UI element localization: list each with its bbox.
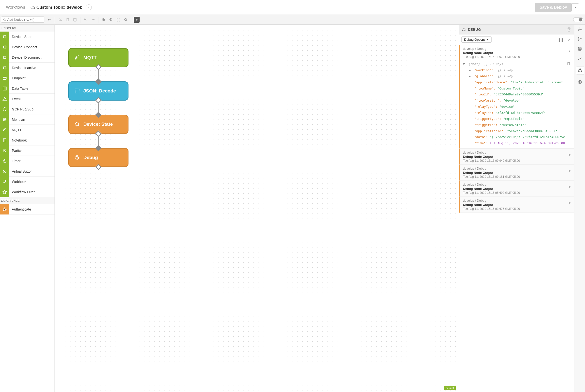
version-dropdown[interactable]: ▼ (86, 4, 92, 10)
debug-entry-title: Debug Node Output (463, 51, 571, 55)
debug-entry[interactable]: develop / DebugDebug Node OutputTue Aug … (459, 197, 574, 213)
settings-icon[interactable] (577, 27, 582, 32)
palette-node[interactable]: Webhook (0, 176, 55, 187)
palette-node[interactable]: Device: State (0, 32, 55, 42)
svg-point-0 (4, 18, 5, 20)
svg-line-8 (104, 20, 105, 21)
chevron-icon[interactable]: ▼ (568, 169, 571, 173)
node-icon (0, 52, 9, 62)
port-out[interactable] (95, 97, 101, 103)
debug-entry[interactable]: develop / DebugDebug Node OutputTue Aug … (459, 149, 574, 165)
help-button[interactable]: ? (567, 27, 571, 32)
breadcrumb-root[interactable]: Workflows (6, 5, 25, 10)
chevron-icon[interactable]: ▲ (568, 49, 571, 53)
copy-button[interactable] (64, 16, 71, 24)
palette-node[interactable]: Workflow Error (0, 187, 55, 197)
node-label: Device: Connect (9, 45, 37, 49)
branch-icon[interactable] (577, 37, 582, 42)
copy-icon[interactable] (567, 62, 570, 66)
metrics-icon[interactable] (577, 57, 582, 61)
flow-node-device-state[interactable]: Device: State (68, 115, 129, 134)
storage-icon[interactable] (577, 47, 582, 51)
chip-icon (3, 45, 7, 49)
fit-button[interactable] (115, 16, 122, 24)
node-icon (0, 42, 9, 52)
cut-button[interactable] (57, 16, 64, 24)
node-label: GCP Pub/Sub (9, 107, 34, 111)
port-out[interactable] (95, 64, 101, 70)
hex-icon (3, 107, 7, 112)
node-icon (0, 94, 9, 104)
node-label: Virtual Button (9, 169, 33, 173)
palette-node[interactable]: Device: Connect (0, 42, 55, 52)
svg-rect-30 (568, 63, 570, 65)
debug-options-button[interactable]: Debug Options ▼ (461, 36, 491, 43)
node-icon (0, 62, 9, 73)
paste-button[interactable] (71, 16, 79, 24)
palette-node[interactable]: Endpoint (0, 73, 55, 83)
section-triggers: TRIGGERS (0, 25, 55, 32)
workflow-canvas[interactable]: MQTT JSON: Decode Device: State Debug de… (55, 25, 459, 392)
globe-icon[interactable] (577, 80, 582, 84)
palette-node[interactable]: Notebook (0, 135, 55, 146)
palette-node[interactable]: Device: Disconnect (0, 52, 55, 62)
undo-button[interactable] (82, 16, 89, 24)
port-out[interactable] (95, 164, 101, 170)
debug-toggle[interactable] (573, 17, 583, 22)
node-label: Debug (83, 155, 98, 160)
svg-point-2 (59, 20, 60, 21)
palette-node[interactable]: Particle (0, 146, 55, 156)
svg-rect-16 (4, 66, 6, 69)
palette-node[interactable]: Timer (0, 156, 55, 166)
palette-node[interactable]: Authenticate (0, 204, 55, 214)
redo-button[interactable] (89, 16, 97, 24)
palette-node[interactable]: Virtual Button (0, 166, 55, 176)
debug-tab-icon[interactable] (576, 66, 584, 74)
pause-button[interactable]: ❚❚ (557, 37, 565, 43)
svg-line-12 (127, 20, 128, 21)
chevron-icon[interactable]: ▼ (568, 153, 571, 157)
debug-entry-path: develop / Debug (463, 183, 571, 186)
node-palette: TRIGGERS Device: StateDevice: ConnectDev… (0, 25, 55, 392)
flow-node-json-decode[interactable]: JSON: Decode (68, 81, 129, 100)
port-in[interactable] (95, 112, 101, 118)
port-in[interactable] (95, 145, 101, 151)
palette-node[interactable]: Data Table (0, 83, 55, 94)
chevron-icon[interactable]: ▼ (568, 185, 571, 189)
chevron-icon[interactable]: ▼ (568, 201, 571, 205)
debug-entry-time: Tue Aug 11, 2020 16:16:09.940 GMT-05:00 (463, 159, 571, 162)
back-button[interactable] (46, 16, 53, 24)
save-dropdown-button[interactable]: ▼ (571, 4, 579, 11)
palette-node[interactable]: Event (0, 94, 55, 104)
palette-node[interactable]: GCP Pub/Sub (0, 104, 55, 114)
port-out[interactable] (95, 130, 101, 136)
add-node-button[interactable]: ＋ (134, 17, 140, 23)
node-icon (0, 166, 9, 176)
palette-node[interactable]: MQTT (0, 125, 55, 135)
save-deploy-button[interactable]: Save & Deploy (535, 3, 571, 12)
find-button[interactable] (122, 16, 130, 24)
chip-icon (3, 66, 7, 70)
palette-node[interactable]: Meridian (0, 114, 55, 125)
debug-entry[interactable]: develop / DebugDebug Node OutputTue Aug … (459, 45, 574, 149)
close-button[interactable]: ✕ (567, 37, 572, 43)
port-in[interactable] (95, 78, 101, 84)
debug-entry[interactable]: develop / DebugDebug Node OutputTue Aug … (459, 165, 574, 181)
mqtt-icon (75, 55, 80, 60)
flow-node-debug[interactable]: Debug (68, 148, 129, 167)
debug-entry[interactable]: develop / DebugDebug Node OutputTue Aug … (459, 181, 574, 197)
palette-node[interactable]: Device: Inactive (0, 62, 55, 73)
node-label: JSON: Decode (83, 88, 116, 94)
search-input[interactable] (8, 18, 42, 22)
debug-options-bar: Debug Options ▼ ❚❚ ✕ (459, 34, 574, 45)
node-icon (0, 125, 9, 135)
node-icon (0, 104, 9, 114)
json-icon (75, 88, 80, 94)
add-nodes-search[interactable] (1, 16, 44, 23)
svg-rect-15 (4, 56, 6, 58)
node-label: Device: State (83, 122, 113, 127)
zoom-out-button[interactable] (107, 16, 115, 24)
zoom-in-button[interactable] (100, 16, 107, 24)
debug-entry-title: Debug Node Output (463, 171, 571, 174)
flow-node-mqtt[interactable]: MQTT (68, 48, 129, 67)
